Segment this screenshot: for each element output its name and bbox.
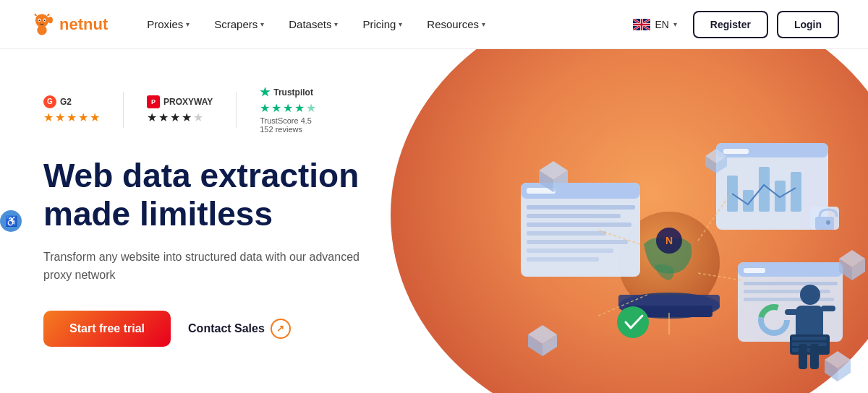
svg-rect-34	[744, 282, 838, 285]
contact-arrow-icon: ↗	[271, 319, 291, 339]
svg-point-12	[617, 306, 649, 338]
svg-rect-36	[744, 298, 834, 301]
language-selector[interactable]: EN ▾	[626, 14, 684, 35]
hero-title: Web data extraction made limitless	[43, 157, 383, 233]
svg-rect-44	[785, 309, 798, 315]
hero-subtitle: Transform any website into structured da…	[43, 248, 376, 285]
proxyway-icon: P	[147, 95, 160, 108]
hero-actions: Start free trial Contact Sales ↗	[43, 311, 383, 347]
badge-g2: G G2 ★ ★ ★ ★ ★	[43, 95, 100, 124]
badge-divider-2	[236, 92, 237, 128]
proxyway-stars: ★ ★ ★ ★ ★	[147, 111, 203, 124]
svg-rect-47	[792, 337, 827, 340]
nav-item-datasets[interactable]: Datasets ▾	[278, 12, 348, 36]
flag-uk-icon	[633, 19, 650, 30]
chevron-down-icon: ▾	[334, 20, 338, 28]
chevron-down-icon: ▾	[186, 20, 190, 28]
trustpilot-icon: ★	[260, 85, 270, 99]
badge-trustpilot: ★ Trustpilot ★ ★ ★ ★ ★ TrustScore 4.5 15…	[260, 85, 316, 134]
register-button[interactable]: Register	[693, 11, 768, 38]
login-button[interactable]: Login	[777, 11, 839, 38]
svg-text:N: N	[665, 235, 673, 246]
svg-rect-33	[744, 268, 765, 273]
hero-left: G G2 ★ ★ ★ ★ ★ P PROXYWAY ★	[0, 49, 420, 393]
svg-rect-29	[775, 181, 786, 212]
svg-rect-16	[527, 205, 635, 210]
nav-item-scrapers[interactable]: Scrapers ▾	[204, 12, 274, 36]
navbar: netnut Proxies ▾ Scrapers ▾ Datasets ▾ P…	[0, 0, 868, 49]
hero-illustration: N	[448, 49, 868, 393]
svg-rect-50	[799, 344, 807, 369]
logo[interactable]: netnut	[29, 12, 108, 38]
svg-rect-48	[792, 342, 827, 346]
svg-rect-45	[821, 306, 835, 311]
logo-icon	[29, 12, 55, 38]
accessibility-icon: ♿	[5, 215, 17, 227]
chevron-down-icon: ▾	[399, 20, 402, 28]
chevron-down-icon: ▾	[482, 20, 485, 28]
svg-rect-19	[527, 231, 606, 236]
svg-rect-17	[527, 214, 621, 218]
svg-point-41	[826, 220, 830, 225]
chevron-down-icon: ▾	[673, 20, 677, 28]
badge-divider-1	[123, 92, 124, 128]
nav-item-proxies[interactable]: Proxies ▾	[137, 12, 200, 36]
svg-rect-21	[527, 249, 613, 253]
hero-right: N	[420, 49, 868, 393]
trustpilot-score: TrustScore 4.5 152 reviews	[260, 116, 312, 134]
contact-sales-link[interactable]: Contact Sales ↗	[188, 319, 291, 339]
svg-rect-18	[527, 223, 631, 227]
svg-rect-30	[791, 172, 801, 212]
trustpilot-stars: ★ ★ ★ ★ ★	[260, 101, 316, 115]
accessibility-button[interactable]: ♿	[0, 210, 22, 232]
logo-text: netnut	[59, 15, 108, 34]
nav-right: EN ▾ Register Login	[626, 11, 839, 38]
badge-proxyway: P PROXYWAY ★ ★ ★ ★ ★	[147, 95, 213, 124]
svg-rect-22	[527, 257, 599, 262]
svg-rect-40	[815, 217, 834, 230]
svg-rect-51	[810, 344, 819, 369]
svg-rect-20	[527, 240, 628, 244]
nav-item-resources[interactable]: Resources ▾	[417, 12, 495, 36]
start-trial-button[interactable]: Start free trial	[43, 311, 171, 347]
g2-icon: G	[43, 95, 56, 108]
g2-stars: ★ ★ ★ ★ ★	[43, 111, 100, 124]
svg-point-3	[44, 20, 46, 21]
chevron-down-icon: ▾	[260, 20, 264, 28]
svg-point-2	[39, 20, 41, 21]
svg-rect-25	[723, 149, 749, 154]
svg-point-42	[800, 285, 820, 305]
nav-item-pricing[interactable]: Pricing ▾	[352, 12, 412, 36]
hero-section: ♿ G G2 ★ ★ ★ ★ ★ P P	[0, 49, 868, 393]
trust-badges: G G2 ★ ★ ★ ★ ★ P PROXYWAY ★	[43, 85, 383, 134]
svg-rect-27	[743, 190, 754, 212]
nav-links: Proxies ▾ Scrapers ▾ Datasets ▾ Pricing …	[137, 12, 626, 36]
